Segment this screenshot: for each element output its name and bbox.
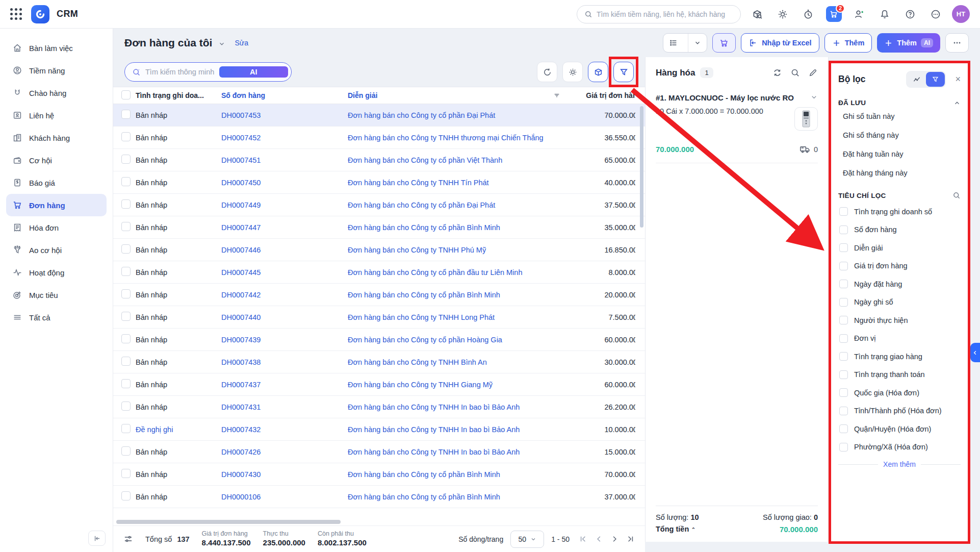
row-order-number[interactable]: DH0007449 — [221, 201, 348, 209]
summary-settings-icon[interactable] — [123, 534, 133, 544]
last-page-button[interactable] — [626, 535, 635, 543]
criteria-item[interactable]: Tình trạng ghi doanh số — [838, 203, 961, 221]
row-order-number[interactable]: DH0007437 — [221, 381, 348, 389]
product-view-button[interactable] — [588, 62, 608, 82]
criteria-item[interactable]: Người thực hiện — [838, 311, 961, 330]
row-description[interactable]: Đơn hàng bán cho Công ty TNHH Bình An — [348, 358, 550, 366]
row-checkbox[interactable] — [121, 379, 131, 388]
row-order-number[interactable]: DH0007430 — [221, 470, 348, 479]
row-order-number[interactable]: DH0007450 — [221, 179, 348, 187]
criteria-item[interactable]: Tỉnh/Thành phố (Hóa đơn) — [838, 402, 961, 420]
view-mode-dropdown[interactable] — [688, 34, 707, 52]
sidebar-item-orders[interactable]: Đơn hàng — [6, 194, 107, 216]
row-description[interactable]: Đơn hàng bán cho Công ty cổ phần Đại Phá… — [348, 201, 550, 209]
criteria-item[interactable]: Đơn vị — [838, 330, 961, 348]
table-row[interactable]: Bản nháp DH0000106 Đơn hàng bán cho Công… — [113, 486, 645, 508]
notifications-button[interactable] — [875, 5, 894, 23]
smart-search-input[interactable]: Tìm kiếm thông minh AI — [124, 62, 292, 82]
filter-button[interactable] — [613, 62, 634, 82]
product-thumbnail[interactable] — [794, 107, 818, 131]
row-checkbox[interactable] — [121, 267, 131, 276]
criteria-item[interactable]: Số đơn hàng — [838, 221, 961, 239]
row-checkbox[interactable] — [121, 491, 131, 500]
table-row[interactable]: Đề nghị ghi DH0007432 Đơn hàng bán cho C… — [113, 418, 645, 441]
next-page-button[interactable] — [610, 535, 619, 543]
table-row[interactable]: Bản nháp DH0007426 Đơn hàng bán cho Công… — [113, 441, 645, 463]
order-cart-button[interactable] — [712, 33, 736, 53]
add-ai-button[interactable]: Thêm AI — [877, 33, 940, 53]
table-row[interactable]: Bản nháp DH0007437 Đơn hàng bán cho Công… — [113, 373, 645, 396]
row-order-number[interactable]: DH0007453 — [221, 111, 348, 119]
criteria-item[interactable]: Quận/Huyện (Hóa đơn) — [838, 420, 961, 438]
row-order-number[interactable]: DH0007447 — [221, 223, 348, 232]
list-view-segment[interactable] — [663, 34, 684, 52]
row-description[interactable]: Đơn hàng bán cho Công ty cổ phần đầu tư … — [348, 268, 550, 277]
add-button[interactable]: Thêm — [824, 33, 872, 53]
panel-collapse-flap[interactable] — [970, 343, 980, 362]
more-options-button[interactable] — [926, 5, 945, 23]
criteria-checkbox[interactable] — [839, 298, 848, 307]
app-launcher-icon[interactable] — [10, 8, 22, 20]
row-checkbox[interactable] — [121, 312, 131, 321]
saved-filter-item[interactable]: Đặt hàng tháng này — [838, 163, 961, 182]
sidebar-item-targets[interactable]: Mục tiêu — [6, 284, 107, 306]
row-checkbox[interactable] — [121, 424, 131, 433]
criteria-checkbox[interactable] — [839, 388, 848, 397]
close-filter-button[interactable]: × — [955, 74, 961, 85]
row-order-number[interactable]: DH0007440 — [221, 313, 348, 321]
row-order-number[interactable]: DH0007452 — [221, 134, 348, 142]
row-checkbox[interactable] — [121, 244, 131, 254]
criteria-item[interactable]: Quốc gia (Hóa đơn) — [838, 384, 961, 402]
criteria-item[interactable]: Ngày đặt hàng — [838, 275, 961, 293]
page-size-select[interactable]: 50 — [510, 531, 544, 548]
pencil-icon[interactable] — [808, 68, 818, 78]
row-description[interactable]: Đơn hàng bán cho Công ty cổ phần Bình Mi… — [348, 291, 550, 299]
filter-mode-segment[interactable] — [926, 72, 945, 87]
criteria-item[interactable]: Tình trạng thanh toán — [838, 366, 961, 384]
row-description[interactable]: Đơn hàng bán cho Công ty cổ phần Bình Mi… — [348, 470, 550, 479]
criteria-checkbox[interactable] — [839, 225, 848, 234]
prev-page-button[interactable] — [595, 535, 603, 543]
row-order-number[interactable]: DH0007445 — [221, 268, 348, 277]
view-mode-button[interactable] — [663, 33, 707, 53]
vertical-scrollbar[interactable] — [640, 106, 643, 228]
row-description[interactable]: Đơn hàng bán cho Công ty TNHH Giang Mỹ — [348, 381, 550, 389]
row-description[interactable]: Đơn hàng bán cho Công ty TNHH In bao bì … — [348, 425, 550, 434]
row-description[interactable]: Đơn hàng bán cho Công ty cổ phần Việt Th… — [348, 156, 550, 164]
criteria-checkbox[interactable] — [839, 334, 848, 343]
row-description[interactable]: Đơn hàng bán cho Công ty cổ phần Bình Mi… — [348, 223, 550, 232]
row-checkbox[interactable] — [121, 199, 131, 209]
row-checkbox[interactable] — [121, 446, 131, 456]
criteria-item[interactable]: Ngày ghi sổ — [838, 293, 961, 312]
criteria-checkbox[interactable] — [839, 443, 848, 451]
row-description[interactable]: Đơn hàng bán cho Công ty TNHH In bao bì … — [348, 448, 550, 456]
settings-button[interactable] — [773, 5, 792, 23]
filter-mode-toggle[interactable] — [906, 71, 946, 88]
row-description[interactable]: Đơn hàng bán cho Công ty cổ phần Bình Mi… — [348, 493, 550, 501]
help-button[interactable] — [901, 5, 919, 23]
sidebar-item-opportunity-pool[interactable]: Ao cơ hội — [6, 239, 107, 261]
row-order-number[interactable]: DH0007431 — [221, 403, 348, 411]
row-checkbox[interactable] — [121, 402, 131, 411]
row-checkbox[interactable] — [121, 357, 131, 366]
criteria-checkbox[interactable] — [839, 280, 848, 288]
refresh-button[interactable] — [537, 62, 557, 82]
row-checkbox[interactable] — [121, 132, 131, 141]
row-order-number[interactable]: DH0007439 — [221, 336, 348, 344]
column-settings-button[interactable] — [562, 62, 583, 82]
row-checkbox[interactable] — [121, 222, 131, 231]
criteria-item[interactable]: Diễn giải — [838, 239, 961, 257]
horizontal-scrollbar[interactable] — [116, 520, 341, 524]
sidebar-item-activities[interactable]: Hoạt động — [6, 261, 107, 284]
chart-mode-segment[interactable] — [907, 72, 926, 87]
sidebar-item-opportunities[interactable]: Cơ hội — [6, 149, 107, 171]
show-more-link[interactable]: Xem thêm — [883, 460, 916, 468]
goods-item[interactable]: #1. MAYLOCNUOC - Máy lọc nước RO 10 Cái … — [656, 93, 818, 163]
saved-filter-item[interactable]: Đặt hàng tuần này — [838, 144, 961, 163]
row-description[interactable]: Đơn hàng bán cho Công ty TNHH thương mại… — [348, 134, 550, 142]
table-row[interactable]: Bản nháp DH0007453 Đơn hàng bán cho Công… — [113, 104, 645, 127]
import-excel-button[interactable]: Nhập từ Excel — [741, 33, 819, 53]
saved-filters-section-header[interactable]: ĐÃ LƯU — [838, 99, 961, 107]
select-all-checkbox[interactable] — [121, 90, 131, 99]
row-order-number[interactable]: DH0007446 — [221, 246, 348, 254]
